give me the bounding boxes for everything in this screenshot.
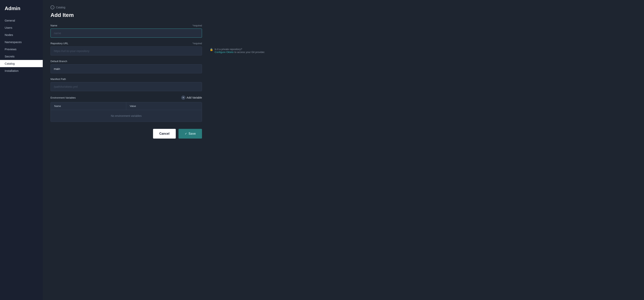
breadcrumb: ← Catalog [50,5,636,9]
default-branch-input[interactable] [50,64,202,73]
repo-url-input[interactable] [50,46,202,55]
name-label: Name *required [50,24,202,27]
sidebar-item-namespaces[interactable]: Namespaces [0,38,43,46]
sidebar-item-nodes[interactable]: Nodes [0,31,43,38]
env-variables-table: Name Value No environment variables [50,102,202,122]
action-buttons: Cancel ✓ Save [50,129,202,139]
table-header: Name Value [51,102,202,110]
sidebar: Admin General Users Nodes Namespaces Pre… [0,0,43,300]
repo-url-field-row: Repository URL *required 🔒 Is it a priva… [50,42,202,55]
check-icon: ✓ [185,132,187,135]
table-empty-message: No environment variables [51,110,202,122]
back-icon[interactable]: ← [50,5,54,9]
env-variables-row: Environment Variables + Add Variable Nam… [50,95,202,122]
name-field-row: Name *required [50,24,202,38]
repo-url-required: *required [192,42,202,45]
manifest-path-label: Manifest Path [50,78,202,80]
page-title: Add Item [50,12,636,18]
table-body: No environment variables [51,110,202,122]
add-icon: + [181,95,186,100]
name-required: *required [192,24,202,27]
main-content: ← Catalog Add Item Name *required Reposi… [43,0,644,300]
add-variable-button[interactable]: + Add Variable [181,95,202,100]
app-title: Admin [0,5,43,17]
table-header-name: Name [51,102,126,110]
sidebar-item-users[interactable]: Users [0,24,43,31]
default-branch-label: Default Branch [50,60,202,63]
save-button[interactable]: ✓ Save [178,129,202,139]
lock-icon: 🔒 [210,48,213,51]
breadcrumb-link[interactable]: Catalog [56,6,65,9]
manifest-path-field-row: Manifest Path [50,78,202,91]
default-branch-field-row: Default Branch [50,60,202,73]
table-header-value: Value [126,102,202,110]
manifest-path-input[interactable] [50,82,202,91]
sidebar-item-previews[interactable]: Previews [0,46,43,53]
sidebar-item-secrets[interactable]: Secrets [0,53,43,60]
env-variables-title: Environment Variables [50,96,76,99]
repo-url-label: Repository URL *required [50,42,202,45]
form-container: Name *required Repository URL *required … [50,24,202,139]
sidebar-item-catalog[interactable]: Catalog [0,60,43,67]
cancel-button[interactable]: Cancel [153,129,176,139]
configure-okteto-link[interactable]: Configure Okteto [214,51,234,53]
private-repo-note: 🔒 Is it a private repository? Configure … [210,48,272,53]
sidebar-item-installation[interactable]: Installation [0,67,43,74]
sidebar-item-general[interactable]: General [0,17,43,24]
env-section-header: Environment Variables + Add Variable [50,95,202,100]
name-input[interactable] [50,28,202,38]
